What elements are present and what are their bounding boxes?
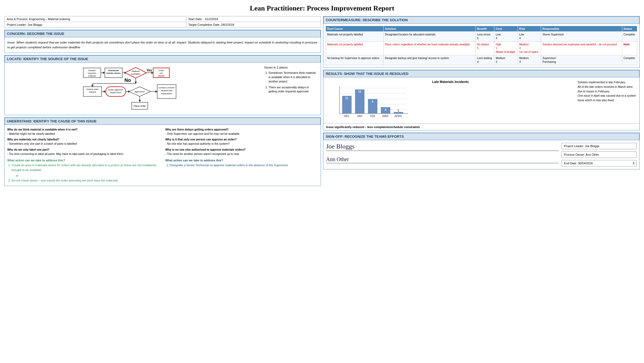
svg-text:placed: placed — [158, 75, 164, 77]
chart-title: Late Materials Incidents — [326, 80, 575, 84]
q6: Why is no one else authorised to approve… — [165, 148, 318, 156]
action1-item2: Do not check stores – just submit the or… — [12, 178, 160, 183]
understand-col1: Why do we think material is available wh… — [7, 128, 160, 156]
issue-2: There are occasionally delays in getting… — [269, 85, 318, 94]
table-row: Materials not properly labelled — [326, 32, 384, 42]
sig1: Joe Bloggs — [326, 143, 355, 150]
concern-text: Issue: When students request that we ord… — [7, 40, 318, 50]
signoff-section: SIGN-OFF: RECOGNIZE THE TEAMS EFFORTS Jo… — [323, 133, 640, 169]
svg-text:15: 15 — [358, 90, 361, 93]
locate-heading: LOCATE: IDENTIFY THE SOURCE OF THE ISSUE — [5, 55, 321, 63]
results-section: RESULTS: SHOW THAT THE ISSUE IS RESOLVED… — [323, 70, 640, 130]
col-responsible: Responsible — [541, 26, 622, 32]
project-leader: Project Leader: Joe Bloggs — [5, 22, 186, 28]
svg-text:DEC: DEC — [344, 115, 349, 118]
svg-text:MAR: MAR — [382, 115, 388, 118]
signoff-heading: SIGN-OFF: RECOGNIZE THE TEAMS EFFORTS — [323, 133, 639, 140]
results-heading: RESULTS: SHOW THAT THE ISSUE IS RESOLVED — [323, 70, 639, 77]
svg-text:student with: student with — [161, 89, 173, 92]
svg-text:9: 9 — [372, 100, 373, 103]
col-cost: Cost — [494, 26, 518, 32]
q3: Why do we only label one part? - Too tim… — [7, 148, 160, 156]
svg-text:Yes: Yes — [146, 68, 152, 72]
svg-text:FEB: FEB — [370, 115, 375, 118]
understand-col2: Why are there delays getting orders appr… — [165, 128, 318, 156]
svg-text:1: 1 — [398, 109, 399, 112]
concern-section: CONCERN: DESCRIBE THE ISSUE Issue: When … — [4, 30, 321, 53]
col-risk: Risk — [518, 26, 541, 32]
table-row: No backup for Supervisor to approve orde… — [326, 55, 384, 65]
action2-area: What action can we take to address this?… — [165, 159, 318, 183]
action1-area: What action can we take to address this?… — [7, 159, 160, 183]
svg-text:4: 4 — [385, 108, 386, 111]
q2: Why are materials not clearly labelled? … — [7, 137, 160, 146]
svg-text:material: material — [88, 75, 96, 77]
svg-text:Contact Lecturer/: Contact Lecturer/ — [158, 86, 175, 89]
svg-text:checks stores: checks stores — [106, 72, 121, 74]
project-leader-field: Project Leader: Joe Bloggs — [561, 143, 637, 149]
bar-chart-svg: 11 DEC 15 JAN 9 FEB 4 — [331, 85, 412, 120]
or-connector: or — [12, 173, 160, 178]
action1-item1: Create an area in materials stores for o… — [12, 163, 160, 172]
svg-text:JAN: JAN — [357, 115, 362, 118]
svg-text:requests: requests — [88, 72, 96, 74]
locate-section: LOCATE: IDENTIFY THE SOURCE OF THE ISSUE… — [4, 55, 321, 115]
sig2: Ann Other — [326, 156, 349, 162]
signoff-fields: Project Leader: Joe Bloggs Process Owner… — [561, 143, 637, 166]
end-date-field: End Date: 30/04/2018 9 — [561, 160, 637, 166]
action2-heading: What action can we take to address this? — [165, 159, 318, 162]
concern-heading: CONCERN: DESCRIBE THE ISSUE — [5, 30, 321, 37]
start-date: Start Date: : 01/2/2018 — [186, 16, 321, 22]
page-title: Lean Practitioner: Process Improvement R… — [4, 4, 640, 12]
svg-text:Approved?: Approved? — [135, 90, 145, 93]
table-row: Materials not properly labelled — [326, 42, 384, 55]
flow-issues: Issues in 2 places Sometimes Technicians… — [264, 65, 318, 94]
col-solution: Solution — [383, 26, 475, 32]
col-root-cause: Root Cause — [326, 26, 384, 32]
svg-text:Student: Student — [88, 69, 96, 72]
q4: Why are there delays getting orders appr… — [165, 128, 318, 136]
svg-text:Technician: Technician — [108, 69, 119, 72]
svg-text:Submit order: Submit order — [86, 88, 99, 90]
process-owner-field: Process Owner: Ann Other — [561, 151, 637, 158]
flow-svg: Student requests material Technician che… — [7, 65, 262, 112]
understand-section: UNDERSTAND: IDENTIFY THE CAUSE OF THIS I… — [4, 117, 321, 186]
svg-text:Place order: Place order — [134, 105, 146, 107]
target-completion: Target Completion Date: 28/2/2018 — [186, 22, 321, 28]
signature-area: Joe Bloggs Ann Other — [326, 143, 559, 164]
understand-heading: UNDERSTAND: IDENTIFY THE CAUSE OF THIS I… — [5, 118, 321, 125]
countermeasure-heading: COUNTERMEASURE: DESCRIBE THE SOLUTION — [323, 16, 639, 24]
svg-text:Order: Order — [159, 69, 164, 72]
q5: Why is it that only one person can appro… — [165, 137, 318, 146]
svg-text:APRIL: APRIL — [395, 115, 402, 118]
svg-text:Order approval: Order approval — [108, 89, 123, 91]
svg-text:11: 11 — [345, 97, 348, 100]
col-benefit: Benefit — [475, 26, 494, 32]
chart-area: Late Materials Incidents — [326, 80, 575, 121]
issues-title: Issues in 2 places — [264, 65, 318, 70]
area-process: Area & Process: Engineering – Material o… — [5, 16, 186, 22]
countermeasure-table: Root Cause Solution Benefit Cost Risk Re… — [325, 26, 637, 65]
svg-text:(Supervisor): (Supervisor) — [110, 91, 121, 94]
svg-text:available?: available? — [131, 73, 141, 75]
col-status: Status — [622, 26, 637, 32]
results-narrative: Solution implemented in late February. A… — [578, 80, 637, 103]
results-summary: Issue significantly reduced – less compl… — [323, 124, 639, 130]
svg-text:Material: Material — [132, 70, 140, 72]
countermeasure-section: COUNTERMEASURE: DESCRIBE THE SOLUTION Ro… — [323, 16, 640, 68]
action1-heading: What action can we take to address this? — [7, 159, 160, 162]
svg-rect-59 — [394, 112, 403, 114]
action2-item1: Designate a Senior Technician to approve… — [170, 163, 318, 168]
issue-1: Sometimes Technicians think material is … — [269, 71, 318, 84]
svg-text:explanation: explanation — [161, 92, 172, 95]
header-info: Area & Process: Engineering – Material o… — [4, 16, 321, 28]
flow-diagram: Student requests material Technician che… — [7, 65, 262, 112]
q1: Why do we think material is available wh… — [7, 128, 160, 136]
svg-text:No: No — [124, 78, 131, 83]
svg-text:not: not — [160, 72, 163, 74]
svg-text:request: request — [89, 91, 96, 93]
